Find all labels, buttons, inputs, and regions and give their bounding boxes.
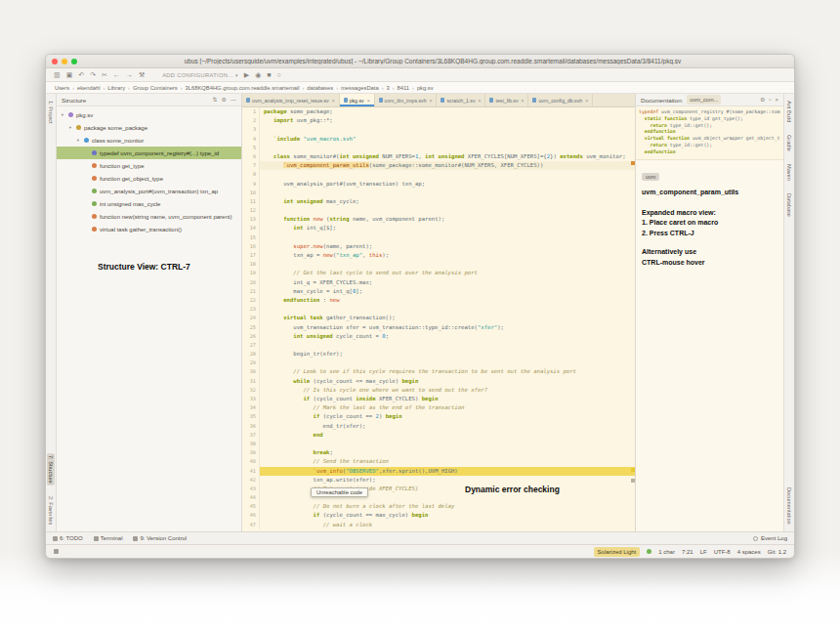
breadcrumb-item[interactable]: pkg.sv: [417, 85, 434, 91]
structure-item[interactable]: ▾package some_package: [57, 121, 241, 134]
back-icon[interactable]: ←: [113, 71, 120, 78]
breadcrumb-item[interactable]: Group Containers: [133, 85, 178, 91]
open-project-icon[interactable]: ▥: [54, 71, 61, 78]
status-segment[interactable]: Git: 1.2: [768, 549, 786, 555]
breadcrumb-item[interactable]: 8411: [398, 85, 409, 91]
close-icon[interactable]: ×: [332, 98, 335, 104]
toolwindow-button[interactable]: Gradle: [785, 133, 793, 153]
error-stripe-mark[interactable]: [631, 468, 635, 472]
structure-item[interactable]: ▾pkg.sv: [57, 108, 241, 121]
code-line[interactable]: 32 // Is this cycle one where we want to…: [242, 386, 635, 395]
code-line[interactable]: 41 `uvm_info("OBSERVED",xfer.sprint(),UV…: [242, 467, 635, 476]
save-all-icon[interactable]: ▣: [66, 71, 73, 78]
code-line[interactable]: 8: [242, 170, 635, 179]
event-log-button[interactable]: Event Log: [753, 535, 787, 541]
build-icon[interactable]: ⚒: [139, 71, 145, 78]
toolwindow-toggle-icon[interactable]: [54, 549, 59, 554]
code-line[interactable]: 21 max_cycle = int_q[0];: [242, 287, 635, 296]
editor-tab[interactable]: scratch_1.sv×: [437, 94, 485, 106]
code-line[interactable]: 6 class some_monitor#(int unsigned NUM_X…: [242, 152, 635, 161]
structure-item[interactable]: function get_object_type: [57, 172, 241, 185]
code-line[interactable]: 36 end_tr(xfer);: [242, 422, 635, 431]
settings-icon[interactable]: ⚙: [222, 97, 227, 103]
code-line[interactable]: 14 int int_q[$];: [242, 224, 635, 232]
error-stripe-mark[interactable]: [631, 161, 635, 165]
code-line[interactable]: 37 end: [242, 431, 635, 440]
code-line[interactable]: 44: [242, 493, 635, 502]
run-icon[interactable]: ▶: [244, 71, 249, 78]
code-line[interactable]: 24 virtual task gather_transaction();: [242, 314, 635, 322]
structure-item[interactable]: ▾class some_monitor: [57, 134, 241, 147]
code-line[interactable]: 25 uvm_transaction xfer = uvm_transactio…: [242, 323, 635, 332]
code-line[interactable]: 9 uvm_analysis_port#(uvm_transaction) tx…: [242, 180, 635, 189]
close-icon[interactable]: ×: [479, 98, 482, 104]
sort-icon[interactable]: ⇅: [213, 97, 218, 103]
breadcrumb-item[interactable]: Library: [107, 85, 125, 91]
structure-item[interactable]: uvm_analysis_port#(uvm_transaction) txn_…: [57, 185, 241, 197]
theme-chip[interactable]: Solarized Light: [594, 547, 641, 557]
hide-panel-icon[interactable]: —: [231, 97, 236, 103]
code-line[interactable]: 27: [242, 341, 635, 350]
breadcrumb-item[interactable]: 3: [386, 85, 389, 91]
inspections-indicator-icon[interactable]: [647, 549, 651, 554]
breadcrumb-item[interactable]: ekendahl: [77, 85, 101, 91]
code-line[interactable]: 40 // Send the transaction: [242, 457, 635, 466]
structure-item[interactable]: function new(string name, uvm_component …: [57, 210, 241, 223]
stop-icon[interactable]: ■: [267, 71, 271, 78]
code-line[interactable]: 18: [242, 260, 635, 269]
code-line[interactable]: 2 import uvm_pkg::*;: [242, 116, 635, 125]
toolwindow-button[interactable]: 2: Favorites: [47, 494, 55, 527]
close-icon[interactable]: ×: [430, 98, 433, 104]
close-window-button[interactable]: [52, 59, 58, 64]
toolwindow-button[interactable]: 7: Structure: [47, 453, 55, 485]
breadcrumb-item[interactable]: databases: [307, 85, 333, 91]
toolwindow-button[interactable]: 6: TODO: [53, 535, 83, 541]
code-line[interactable]: 26 int unsigned cycle_count = 0;: [242, 332, 635, 341]
structure-item[interactable]: function get_type: [57, 159, 241, 172]
code-line[interactable]: 29: [242, 359, 635, 367]
toolwindow-button[interactable]: 9: Version Control: [133, 535, 187, 541]
settings-icon[interactable]: ⚙: [760, 97, 765, 103]
breadcrumb-item[interactable]: messagesData: [341, 85, 379, 91]
toolwindow-button[interactable]: Database: [785, 191, 793, 219]
breadcrumb-item[interactable]: 3L68KQB4HG.group.com.readdle.smartemail: [186, 85, 300, 91]
redo-icon[interactable]: ↷: [90, 71, 96, 78]
code-line[interactable]: 13 function new (string name, uvm_compon…: [242, 215, 635, 224]
documentation-tab[interactable]: uvm_com...: [687, 95, 721, 105]
code-line[interactable]: 42 txn_ap.write(xfer);: [242, 476, 635, 485]
code-line[interactable]: 7 `uvm_component_param_utils(some_packag…: [242, 161, 635, 170]
forward-icon[interactable]: →: [126, 71, 133, 78]
error-stripe-mark[interactable]: [631, 479, 635, 483]
close-icon[interactable]: ×: [585, 98, 588, 104]
code-line[interactable]: 17 txn_ap = new("txn_ap", this);: [242, 251, 635, 260]
code-line[interactable]: 1package some_package;: [242, 107, 635, 116]
code-line[interactable]: 19 // Get the last cycle to send out ove…: [242, 269, 635, 277]
code-line[interactable]: 45 // Do not burn a clock after the last…: [242, 502, 635, 511]
editor-tab[interactable]: uvm_analysis_imp_reset_issue.sv×: [242, 94, 340, 106]
code-line[interactable]: 35 if (cycle_count == 2) begin: [242, 412, 635, 421]
toolwindow-button[interactable]: Maven: [785, 162, 793, 183]
toolwindow-button[interactable]: Terminal: [94, 535, 123, 541]
code-line[interactable]: 33 if (cycle_count inside XFER_CYCLES) b…: [242, 395, 635, 403]
structure-item[interactable]: virtual task gather_transaction(): [57, 223, 241, 235]
titlebar[interactable]: ubus [~/Projects/usersguide/uvm/examples…: [46, 55, 794, 68]
structure-item[interactable]: int unsigned max_cycle: [57, 197, 241, 210]
editor-tab[interactable]: uvm_config_db.svh×: [528, 94, 593, 106]
code-line[interactable]: 31 while (cycle_count <= max_cycle) begi…: [242, 377, 635, 386]
code-line[interactable]: 46 if (cycle_count == max_cycle) begin: [242, 511, 635, 520]
code-line[interactable]: 30 // Look to see if this cycle requires…: [242, 367, 635, 376]
code-line[interactable]: 3: [242, 125, 635, 134]
code-line[interactable]: 38: [242, 440, 635, 448]
close-icon[interactable]: ×: [367, 98, 370, 104]
status-segment[interactable]: 4 spaces: [737, 549, 761, 555]
debug-icon[interactable]: ◉: [255, 71, 261, 78]
editor-tab[interactable]: test_lib.sv×: [485, 94, 528, 106]
toolwindow-button[interactable]: Documentation: [785, 485, 793, 527]
code-line[interactable]: 23: [242, 305, 635, 314]
code-line[interactable]: 16 super.new(name, parent);: [242, 242, 635, 251]
editor-tab[interactable]: uvm_tlm_imps.svh×: [375, 94, 438, 106]
cut-icon[interactable]: ✂: [102, 71, 107, 78]
add-configuration-button[interactable]: ADD CONFIGURATION... ▾: [162, 72, 238, 78]
breadcrumb-item[interactable]: Users: [55, 85, 69, 91]
editor-tab[interactable]: pkg.sv×: [340, 94, 375, 106]
